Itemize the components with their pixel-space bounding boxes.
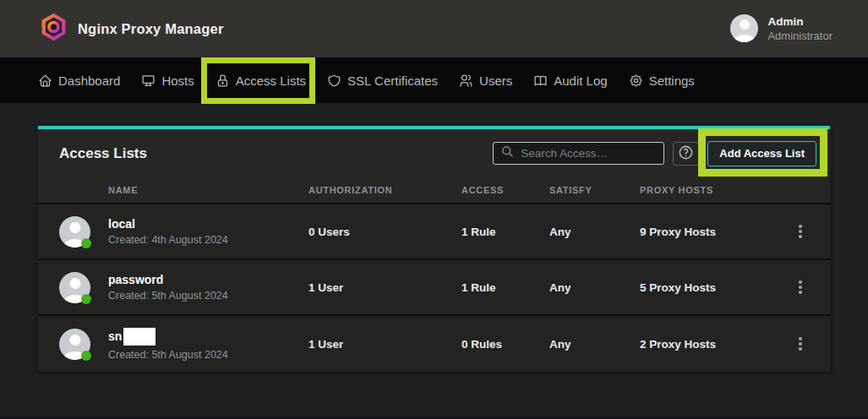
search-box <box>493 142 664 165</box>
help-button[interactable] <box>673 142 699 166</box>
nav-label: Users <box>479 73 512 88</box>
users-icon <box>459 73 473 88</box>
proxy-hosts-value: 5 Proxy Hosts <box>640 281 783 294</box>
home-icon <box>38 73 52 88</box>
lock-icon <box>216 73 230 88</box>
add-button-wrap: Add Access List <box>707 141 816 166</box>
access-list-name: password <box>108 273 308 287</box>
satisfy-value: Any <box>549 338 640 351</box>
avatar <box>59 329 90 360</box>
nav-label: Hosts <box>161 73 194 88</box>
column-header-satisfy: SATISFY <box>549 185 640 195</box>
column-header-proxy-hosts: PROXY HOSTS <box>640 185 783 195</box>
nav-label: Access Lists <box>236 73 306 88</box>
nav-label: Dashboard <box>58 73 120 88</box>
main-nav: Dashboard Hosts Access Lists <box>0 57 868 103</box>
help-circle-icon <box>678 144 694 163</box>
user-info: Admin Administrator <box>767 14 833 43</box>
avatar <box>59 216 90 248</box>
access-value: 0 Rules <box>461 338 549 351</box>
search-icon <box>501 145 514 161</box>
add-access-list-button[interactable]: Add Access List <box>707 141 816 166</box>
user-avatar <box>730 14 758 42</box>
access-lists-panel: Access Lists <box>38 126 830 372</box>
nav-item-ssl-certificates[interactable]: SSL Certificates <box>327 73 438 88</box>
table-row-sn[interactable]: sn Created: 5th August 2024 1 User 0 Rul… <box>38 316 830 372</box>
satisfy-value: Any <box>549 281 640 294</box>
access-value: 1 Rule <box>461 281 549 294</box>
book-icon <box>533 73 548 88</box>
row-menu-kebab-icon[interactable] <box>794 220 806 242</box>
access-list-name: local <box>108 217 308 231</box>
row-menu-kebab-icon[interactable] <box>794 276 806 298</box>
proxy-hosts-value: 9 Proxy Hosts <box>640 226 783 238</box>
nav-item-users[interactable]: Users <box>459 73 512 88</box>
created-date: Created: 5th August 2024 <box>108 290 308 302</box>
nav-item-settings[interactable]: Settings <box>629 73 695 88</box>
column-header-authorization: AUTHORIZATION <box>308 185 461 195</box>
column-header-access: ACCESS <box>461 185 549 195</box>
status-online-dot <box>81 351 91 361</box>
brand: Nginx Proxy Manager <box>41 13 224 45</box>
authorization-value: 0 Users <box>308 226 461 238</box>
search-input[interactable] <box>521 147 656 160</box>
nav-label: SSL Certificates <box>347 73 438 88</box>
nav-label: Audit Log <box>554 73 607 88</box>
status-online-dot <box>81 294 91 304</box>
app-title: Nginx Proxy Manager <box>78 21 224 37</box>
npm-logo-icon <box>41 13 67 45</box>
row-menu-kebab-icon[interactable] <box>794 333 806 355</box>
access-list-name: sn <box>108 328 308 346</box>
nav-item-audit-log[interactable]: Audit Log <box>533 73 607 88</box>
table-header: NAME AUTHORIZATION ACCESS SATISFY PROXY … <box>38 177 830 204</box>
nav-item-access-lists[interactable]: Access Lists <box>216 73 306 88</box>
panel-actions: Add Access List <box>493 141 816 166</box>
user-name: Admin <box>767 14 833 30</box>
access-value: 1 Rule <box>461 226 549 238</box>
nav-item-hosts[interactable]: Hosts <box>141 73 194 88</box>
nginx-proxy-manager-app: Nginx Proxy Manager Admin Administrator … <box>0 0 868 419</box>
panel-title: Access Lists <box>59 145 147 162</box>
table-row-local[interactable]: local Created: 4th August 2024 0 Users 1… <box>38 204 830 260</box>
table-row-password[interactable]: password Created: 5th August 2024 1 User… <box>38 260 830 316</box>
nav-item-dashboard[interactable]: Dashboard <box>38 73 120 88</box>
user-role: Administrator <box>767 30 833 43</box>
avatar <box>59 272 90 303</box>
redaction-box <box>123 328 156 346</box>
created-date: Created: 5th August 2024 <box>108 349 308 361</box>
user-menu[interactable]: Admin Administrator <box>730 14 833 43</box>
monitor-icon <box>141 73 156 88</box>
proxy-hosts-value: 2 Proxy Hosts <box>640 338 783 351</box>
nav-label: Settings <box>649 73 695 88</box>
shield-icon <box>327 73 341 88</box>
authorization-value: 1 User <box>308 338 461 351</box>
column-header-name: NAME <box>108 185 308 195</box>
gear-icon <box>629 73 643 88</box>
created-date: Created: 4th August 2024 <box>108 234 308 246</box>
satisfy-value: Any <box>549 226 640 238</box>
status-online-dot <box>81 238 91 248</box>
authorization-value: 1 User <box>308 281 461 294</box>
top-header-bar: Nginx Proxy Manager Admin Administrator <box>0 0 868 57</box>
panel-header: Access Lists <box>38 129 830 177</box>
